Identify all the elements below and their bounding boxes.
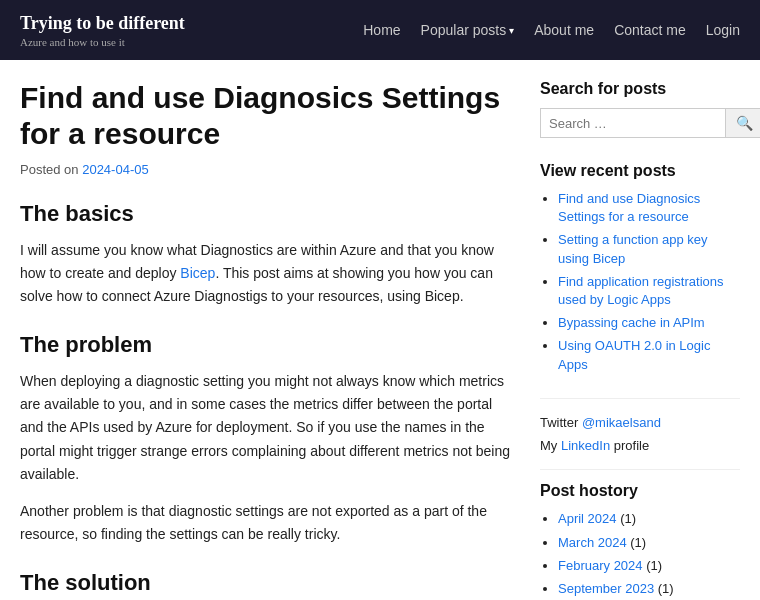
post-meta: Posted on 2024-04-05 (20, 162, 510, 177)
sidebar: Search for posts 🔍 View recent posts Fin… (540, 80, 740, 600)
article-title: Find and use Diagnosics Settings for a r… (20, 80, 510, 152)
history-item: September 2023 (1) (558, 580, 740, 598)
nav-popular-posts-link[interactable]: Popular posts (421, 22, 507, 38)
linkedin-label: My (540, 438, 557, 453)
history-link[interactable]: February 2024 (558, 558, 643, 573)
posted-label: Posted on (20, 162, 79, 177)
site-title-block: Trying to be different Azure and how to … (20, 13, 185, 48)
social-section: Twitter @mikaelsand My LinkedIn profile (540, 411, 740, 458)
twitter-link[interactable]: @mikaelsand (582, 415, 661, 430)
search-input[interactable] (540, 108, 725, 138)
recent-post-item: Setting a function app key using Bicep (558, 231, 740, 267)
nav-home[interactable]: Home (363, 22, 400, 38)
post-history-section: Post hostory April 2024 (1)March 2024 (1… (540, 482, 740, 600)
search-section: Search for posts 🔍 (540, 80, 740, 138)
linkedin-row: My LinkedIn profile (540, 434, 740, 457)
recent-post-link[interactable]: Bypassing cache in APIm (558, 315, 705, 330)
search-button[interactable]: 🔍 (725, 108, 760, 138)
site-subtitle: Azure and how to use it (20, 36, 185, 48)
nav-contact-me[interactable]: Contact me (614, 22, 686, 38)
problem-para-1: When deploying a diagnostic setting you … (20, 370, 510, 485)
section-heading-solution: The solution (20, 570, 510, 596)
sidebar-divider (540, 398, 740, 399)
sidebar-divider-2 (540, 469, 740, 470)
main-content: Find and use Diagnosics Settings for a r… (20, 80, 510, 600)
section-heading-problem: The problem (20, 332, 510, 358)
recent-post-link[interactable]: Setting a function app key using Bicep (558, 232, 708, 265)
history-item: April 2024 (1) (558, 510, 740, 528)
recent-post-item: Using OAUTH 2.0 in Logic Apps (558, 337, 740, 373)
history-item: February 2024 (1) (558, 557, 740, 575)
history-link[interactable]: April 2024 (558, 511, 617, 526)
bicep-link[interactable]: Bicep (180, 265, 215, 281)
posted-date[interactable]: 2024-04-05 (82, 162, 149, 177)
history-link[interactable]: September 2023 (558, 581, 654, 596)
nav-popular-posts[interactable]: Popular posts ▾ (421, 22, 515, 38)
site-title: Trying to be different (20, 13, 185, 34)
nav-about-me[interactable]: About me (534, 22, 594, 38)
linkedin-suffix: profile (614, 438, 649, 453)
search-icon: 🔍 (736, 115, 753, 131)
nav-login[interactable]: Login (706, 22, 740, 38)
recent-posts-section: View recent posts Find and use Diagnosic… (540, 162, 740, 374)
content-wrapper: Find and use Diagnosics Settings for a r… (0, 60, 760, 600)
linkedin-link[interactable]: LinkedIn (561, 438, 610, 453)
twitter-row: Twitter @mikaelsand (540, 411, 740, 434)
site-header: Trying to be different Azure and how to … (0, 0, 760, 60)
recent-post-item: Find and use Diagnosics Settings for a r… (558, 190, 740, 226)
search-row: 🔍 (540, 108, 740, 138)
main-nav: Home Popular posts ▾ About me Contact me… (363, 22, 740, 38)
history-link[interactable]: March 2024 (558, 535, 627, 550)
recent-post-link[interactable]: Using OAUTH 2.0 in Logic Apps (558, 338, 710, 371)
recent-post-item: Find application registrations used by L… (558, 273, 740, 309)
recent-post-item: Bypassing cache in APIm (558, 314, 740, 332)
post-history-list: April 2024 (1)March 2024 (1)February 202… (540, 510, 740, 600)
post-history-heading: Post hostory (540, 482, 740, 500)
search-heading: Search for posts (540, 80, 740, 98)
recent-posts-heading: View recent posts (540, 162, 740, 180)
twitter-label: Twitter (540, 415, 578, 430)
problem-para-2: Another problem is that diagnostic setti… (20, 500, 510, 546)
recent-post-link[interactable]: Find application registrations used by L… (558, 274, 723, 307)
history-item: March 2024 (1) (558, 534, 740, 552)
section-heading-basics: The basics (20, 201, 510, 227)
recent-post-link[interactable]: Find and use Diagnosics Settings for a r… (558, 191, 700, 224)
basics-para-1: I will assume you know what Diagnostics … (20, 239, 510, 308)
chevron-down-icon: ▾ (509, 25, 514, 36)
recent-posts-list: Find and use Diagnosics Settings for a r… (540, 190, 740, 374)
